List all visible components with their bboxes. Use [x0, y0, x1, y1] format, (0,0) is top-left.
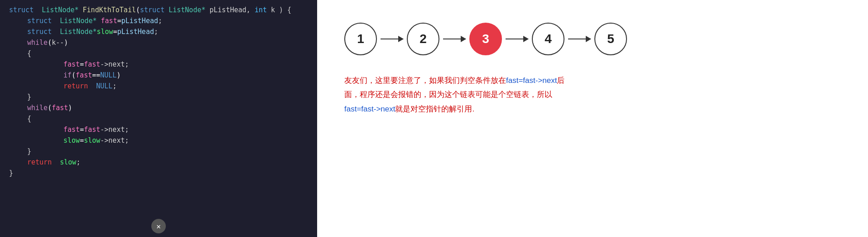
close-icon: ✕	[156, 222, 161, 231]
code-token: (	[48, 37, 52, 48]
list-arrow	[443, 39, 466, 40]
code-line: struct ListNode*slow=pListHead;	[0, 26, 317, 37]
code-token: NULL	[92, 81, 112, 92]
code-token: ->next;	[100, 124, 129, 135]
list-node: 5	[594, 23, 627, 55]
arrow-line	[568, 39, 591, 40]
code-token: pListHead	[117, 26, 154, 37]
arrow-line	[443, 39, 466, 40]
code-token: int	[255, 5, 267, 15]
code-token: )	[116, 70, 121, 81]
code-line: {	[0, 48, 317, 59]
code-token: fast	[84, 59, 100, 70]
code-token: slow	[97, 26, 113, 37]
code-token: slow	[56, 157, 76, 168]
code-token: slow	[63, 135, 80, 146]
code-token: ListNode*	[56, 26, 96, 37]
arrow-line	[381, 39, 403, 40]
code-line: }	[0, 168, 317, 179]
code-token: if	[63, 70, 72, 81]
code-token: (	[136, 5, 140, 15]
code-token: }	[27, 146, 31, 157]
code-line: }	[0, 92, 317, 102]
code-token: }	[9, 168, 13, 179]
code-token: )	[64, 37, 68, 48]
list-node: 3	[469, 23, 502, 55]
code-line: struct ListNode* FindKthToTail(struct Li…	[0, 5, 317, 15]
code-token: struct	[9, 5, 38, 15]
code-token: fast	[84, 124, 100, 135]
code-token: k ) {	[267, 5, 291, 15]
code-line: }	[0, 146, 317, 157]
code-token: =	[117, 15, 121, 26]
list-arrow	[506, 39, 528, 40]
code-token: =	[80, 59, 84, 70]
code-token: }	[27, 92, 31, 102]
code-token: {	[27, 113, 31, 124]
code-token: {	[27, 48, 31, 59]
code-line: slow=slow->next;	[0, 135, 317, 146]
code-token: fast	[76, 70, 92, 81]
desc-code-1: fast=fast->next	[506, 76, 557, 85]
list-node: 1	[344, 23, 377, 55]
code-token: pListHead,	[206, 5, 255, 15]
code-token: return	[63, 81, 92, 92]
code-token: (	[72, 70, 76, 81]
arrow-line	[506, 39, 528, 40]
code-token: fast	[52, 102, 68, 113]
desc-prefix-1: 友友们，这里要注意了，如果我们判空条件放在	[344, 76, 506, 85]
code-token: while	[27, 102, 48, 113]
code-token: =	[113, 26, 117, 37]
code-token: ListNode*	[169, 5, 205, 15]
code-line: fast=fast->next;	[0, 59, 317, 70]
code-line: while(fast)	[0, 102, 317, 113]
code-panel: struct ListNode* FindKthToTail(struct Li…	[0, 0, 317, 237]
code-token: NULL	[100, 70, 116, 81]
code-token: ;	[154, 26, 158, 37]
code-token: =	[80, 135, 84, 146]
code-token: while	[27, 37, 48, 48]
code-token: struct	[140, 5, 169, 15]
code-token: pListHead	[121, 15, 158, 26]
code-token: fast	[63, 124, 80, 135]
code-token: struct	[27, 26, 56, 37]
desc-suffix-2: 就是对空指针的解引用.	[395, 105, 474, 113]
diagram-panel: 12345 友友们，这里要注意了，如果我们判空条件放在fast=fast->ne…	[317, 0, 868, 237]
code-token: FindKthToTail	[83, 5, 136, 15]
code-token: k--	[52, 37, 64, 48]
code-token: slow	[84, 135, 100, 146]
code-line: struct ListNode* fast=pListHead;	[0, 15, 317, 26]
list-node: 2	[407, 23, 439, 55]
code-token: ;	[158, 15, 162, 26]
linked-list: 12345	[344, 23, 627, 55]
close-button[interactable]: ✕	[151, 219, 166, 233]
code-token: ->next;	[100, 135, 129, 146]
list-arrow	[381, 39, 403, 40]
description-text: 友友们，这里要注意了，如果我们判空条件放在fast=fast->next后 面，…	[344, 73, 564, 116]
code-line: while(k--)	[0, 37, 317, 48]
code-token: ==	[92, 70, 100, 81]
code-token: fast	[63, 59, 80, 70]
code-token: ;	[76, 157, 80, 168]
code-token: struct	[27, 15, 56, 26]
code-line: fast=fast->next;	[0, 124, 317, 135]
code-line: return NULL;	[0, 81, 317, 92]
code-token: (	[48, 102, 52, 113]
code-token: )	[68, 102, 72, 113]
desc-line-2: 面，程序还是会报错的，因为这个链表可能是个空链表，所以	[344, 90, 552, 99]
code-token: =	[80, 124, 84, 135]
code-line: if(fast==NULL)	[0, 70, 317, 81]
code-token: ;	[112, 81, 116, 92]
code-token: fast	[101, 15, 117, 26]
desc-suffix-1: 后	[557, 76, 564, 85]
code-token: ->next;	[100, 59, 129, 70]
list-arrow	[568, 39, 591, 40]
code-line: {	[0, 113, 317, 124]
code-line: return slow;	[0, 157, 317, 168]
code-token: ListNode*	[38, 5, 82, 15]
code-token: ListNode*	[56, 15, 101, 26]
code-token: return	[27, 157, 56, 168]
list-node: 4	[532, 23, 564, 55]
desc-code-2: fast=fast->next	[344, 105, 395, 113]
